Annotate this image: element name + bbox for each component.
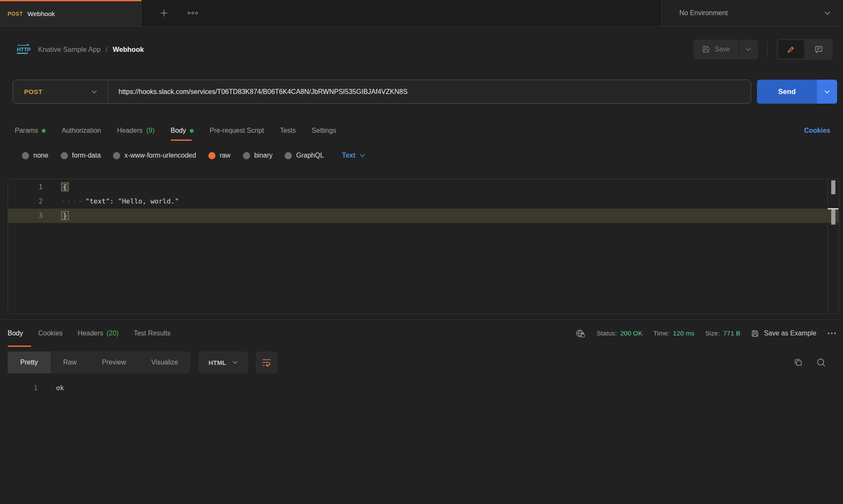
- response-format-selector[interactable]: HTML: [198, 351, 248, 373]
- request-header: HTTP Knative Sample App / Webhook Save: [0, 27, 843, 69]
- tab-bar-actions: [142, 0, 198, 26]
- http-method-icon: HTTP: [16, 43, 31, 55]
- chevron-down-icon: [746, 48, 751, 51]
- response-toolbar-right: [793, 357, 826, 367]
- tab-body[interactable]: Body: [171, 121, 194, 141]
- search-response-button[interactable]: [816, 357, 826, 367]
- view-raw-button[interactable]: Raw: [51, 351, 89, 373]
- tab-params-label: Params: [15, 127, 38, 134]
- response-tab-cookies[interactable]: Cookies: [38, 320, 62, 347]
- code-content: "text": "Hello, world.": [86, 197, 179, 205]
- documentation-panel-button[interactable]: [778, 40, 804, 59]
- environment-selector[interactable]: No Environment: [661, 0, 843, 26]
- request-body-editor[interactable]: 1 { 2 ····"text": "Hello, world." 3 }: [8, 179, 839, 314]
- copy-icon: [793, 357, 803, 367]
- response-tab-body[interactable]: Body: [8, 320, 23, 347]
- editor-scrollbar[interactable]: [827, 179, 839, 314]
- method-selector[interactable]: POST: [13, 80, 108, 103]
- save-options-button[interactable]: [738, 40, 758, 59]
- tab-settings[interactable]: Settings: [312, 121, 336, 141]
- chevron-down-icon: [824, 11, 830, 15]
- send-options-button[interactable]: [817, 80, 837, 104]
- line-number: 3: [8, 209, 43, 223]
- send-button-label: Send: [778, 88, 796, 96]
- scrollbar-mark: [831, 209, 835, 225]
- code-text: ····"text": "Hello, world.": [61, 194, 179, 209]
- tab-tests-label: Tests: [280, 127, 296, 134]
- response-tabs: Body Cookies Headers (20) Test Results S…: [0, 320, 843, 347]
- response-tab-headers-label: Headers: [78, 330, 103, 337]
- body-type-graphql[interactable]: GraphQL: [285, 152, 324, 159]
- line-number: 1: [8, 180, 43, 194]
- request-tabs: Params Authorization Headers (9) Body Pr…: [15, 121, 830, 141]
- breadcrumb-separator: /: [106, 46, 108, 54]
- view-preview-button[interactable]: Preview: [89, 351, 139, 373]
- side-panel-toggle-group: [777, 39, 833, 60]
- view-pretty-label: Pretty: [20, 359, 38, 366]
- size-value: 771 B: [723, 330, 741, 337]
- body-type-binary-label: binary: [254, 152, 273, 159]
- response-line-number: 1: [0, 383, 38, 394]
- cookies-link[interactable]: Cookies: [804, 127, 830, 134]
- comments-panel-button[interactable]: [805, 40, 832, 59]
- chevron-down-icon: [92, 90, 97, 94]
- body-type-none[interactable]: none: [22, 152, 48, 159]
- status-indicator[interactable]: Status: 200 OK: [597, 330, 643, 337]
- wrap-lines-button[interactable]: [256, 351, 277, 373]
- response-tab-headers[interactable]: Headers (20): [78, 320, 119, 347]
- response-tab-test-results[interactable]: Test Results: [134, 320, 170, 347]
- body-type-binary[interactable]: binary: [243, 152, 273, 159]
- tab-options-button[interactable]: [187, 11, 198, 15]
- send-button-group: Send: [757, 80, 837, 104]
- tab-params[interactable]: Params: [15, 121, 46, 141]
- search-icon: [816, 357, 826, 367]
- globe-lock-icon: [575, 329, 586, 338]
- raw-language-selector[interactable]: Text: [342, 152, 365, 159]
- tab-pre-request-script[interactable]: Pre-request Script: [210, 121, 264, 141]
- response-options-button[interactable]: [827, 332, 836, 335]
- send-button[interactable]: Send: [757, 80, 817, 104]
- tab-headers[interactable]: Headers (9): [117, 121, 155, 141]
- header-divider: [767, 41, 768, 58]
- tab-authorization[interactable]: Authorization: [62, 121, 101, 141]
- status-label: Status:: [597, 330, 617, 337]
- unsaved-changes-dot: [42, 129, 46, 133]
- tab-bar-spacer: [198, 0, 661, 26]
- response-body-viewer[interactable]: 1 ok: [0, 383, 843, 394]
- status-value: 200 OK: [620, 330, 643, 337]
- body-type-urlencoded[interactable]: x-www-form-urlencoded: [113, 152, 196, 159]
- body-type-raw[interactable]: raw: [208, 152, 231, 159]
- size-indicator[interactable]: Size: 771 B: [706, 330, 741, 337]
- method-label: POST: [24, 88, 42, 96]
- code-text: }: [61, 209, 69, 223]
- view-visualize-label: Visualize: [151, 359, 178, 366]
- editor-line: 1 {: [8, 180, 839, 194]
- tab-authorization-label: Authorization: [62, 127, 101, 134]
- view-pretty-button[interactable]: Pretty: [8, 351, 51, 373]
- chevron-down-icon: [232, 361, 238, 364]
- breadcrumb-collection[interactable]: Knative Sample App: [38, 46, 101, 54]
- response-section: Body Cookies Headers (20) Test Results S…: [0, 319, 843, 394]
- time-indicator[interactable]: Time: 120 ms: [653, 330, 694, 337]
- tab-tests[interactable]: Tests: [280, 121, 296, 141]
- raw-language-label: Text: [342, 152, 356, 159]
- save-as-example-button[interactable]: Save as Example: [751, 330, 816, 338]
- response-format-label: HTML: [208, 359, 226, 366]
- breadcrumb-request-name[interactable]: Webhook: [113, 46, 144, 54]
- request-header-actions: Save: [693, 39, 833, 60]
- url-row: POST Send: [13, 80, 837, 104]
- chevron-down-icon: [824, 90, 830, 94]
- request-tab[interactable]: POST Webhook: [0, 0, 142, 26]
- new-tab-button[interactable]: [159, 8, 169, 18]
- url-input[interactable]: [108, 80, 751, 103]
- tab-settings-label: Settings: [312, 127, 336, 134]
- body-type-form-data[interactable]: form-data: [61, 152, 101, 159]
- response-headers-count: (20): [107, 330, 119, 337]
- body-type-none-label: none: [33, 152, 48, 159]
- view-visualize-button[interactable]: Visualize: [139, 351, 191, 373]
- body-type-graphql-label: GraphQL: [296, 152, 324, 159]
- save-button[interactable]: Save: [693, 40, 738, 59]
- view-preview-label: Preview: [102, 359, 126, 366]
- copy-response-button[interactable]: [793, 357, 803, 367]
- bracket-match-highlight: {: [61, 182, 69, 191]
